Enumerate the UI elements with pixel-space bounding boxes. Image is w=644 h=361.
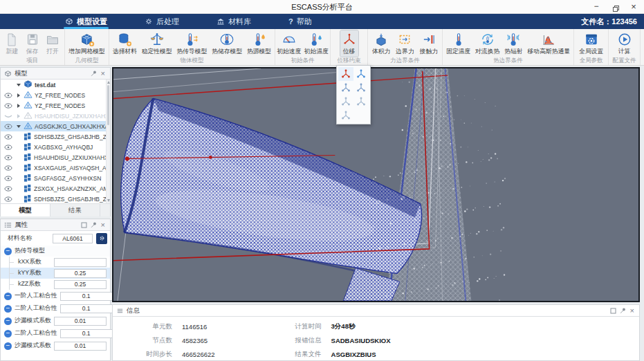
eye-icon[interactable] (3, 196, 13, 202)
viscosity-2-input[interactable] (60, 304, 113, 313)
maximize-icon[interactable] (610, 308, 616, 314)
heat-source-button[interactable]: 热源模型 (246, 30, 273, 57)
compute-button[interactable]: 计算 (616, 30, 634, 57)
eye-icon[interactable] (3, 103, 13, 109)
tree-row[interactable]: XSAXGAUS_AISYAQSH_ASHX (1, 163, 110, 173)
body-force-button[interactable]: 体积力 (371, 30, 392, 57)
select-material-button[interactable]: 选择材料 (111, 30, 138, 57)
viscosity-1-input[interactable] (60, 292, 113, 301)
constraint-option-4[interactable] (353, 81, 369, 95)
hourglass-1-input[interactable] (54, 317, 107, 326)
tab-material-library[interactable]: 材料库 (212, 14, 255, 29)
contact-force-button[interactable]: 接触力 (418, 30, 439, 57)
tree-row-root[interactable]: test.dat (1, 80, 110, 90)
close-icon[interactable]: × (629, 307, 636, 314)
constraint-option-7[interactable] (338, 109, 353, 122)
tab-model[interactable]: 模型 (1, 204, 50, 216)
chevron-down-icon[interactable] (15, 125, 21, 128)
restore-button[interactable] (607, 0, 625, 14)
collapse-icon[interactable]: − (4, 342, 12, 350)
compute-icon (617, 32, 632, 47)
tree-row[interactable]: SDHSBJZS_GHSABJHB_ZAHU (1, 131, 110, 142)
heat-storage-button[interactable]: 热储存模型 (210, 30, 243, 57)
convection-button[interactable]: 对流换热 (474, 30, 501, 57)
tab-post-processing[interactable]: 后处理 (140, 14, 183, 29)
chevron-right-icon[interactable] (15, 114, 21, 118)
material-name-input[interactable] (53, 234, 93, 243)
close-icon[interactable]: × (100, 221, 107, 228)
toolbar-group-project: 新建 保存 打开 项目 (0, 29, 65, 65)
eye-closed-icon[interactable] (3, 113, 13, 119)
collapse-icon[interactable]: − (4, 305, 12, 313)
viscosity-3-input[interactable] (60, 329, 113, 338)
tree-row[interactable]: YZ_FREE_NODES (1, 90, 110, 100)
pin-icon[interactable] (619, 307, 626, 314)
section-heat-conduction[interactable]: − 热传导模型 (1, 246, 110, 257)
chevron-down-icon[interactable] (15, 84, 21, 86)
collapse-icon[interactable]: − (4, 330, 12, 337)
tab-model-settings[interactable]: 模型设置 (61, 14, 111, 29)
constraint-option-2[interactable] (353, 67, 369, 81)
constraint-option-6[interactable] (353, 95, 369, 109)
constraint-option-5[interactable] (338, 95, 353, 109)
stability-model-button[interactable]: 稳定性模型 (140, 30, 174, 57)
eye-icon[interactable] (3, 176, 13, 181)
heat-conduction-button[interactable]: 热传导模型 (175, 30, 208, 57)
chevron-right-icon[interactable] (15, 93, 21, 98)
eye-icon[interactable] (3, 124, 13, 129)
material-name-label: 材料名称 (8, 234, 49, 243)
kzz-input[interactable] (54, 280, 107, 289)
add-mesh-model-button[interactable]: 增加网格模型 (67, 30, 107, 57)
collapse-icon[interactable]: − (4, 293, 12, 300)
close-button[interactable]: × (625, 0, 643, 14)
group-label: 项目 (0, 57, 64, 66)
chevron-right-icon[interactable] (15, 104, 21, 108)
tree-row[interactable]: HSAUHDISU_JZXIUXHAHX (1, 152, 110, 163)
eye-icon[interactable] (3, 145, 13, 150)
radiation-button[interactable]: 热辐射 (503, 30, 524, 57)
boundary-force-button[interactable]: 边界力 (394, 30, 415, 57)
maximize-icon[interactable] (81, 222, 87, 228)
global-settings-button[interactable]: 全局设置 (578, 30, 605, 57)
displacement-button[interactable]: 位移 (340, 30, 358, 57)
save-button[interactable]: 保存 (24, 30, 41, 57)
tree-scrollbar[interactable] (106, 80, 110, 203)
initial-velocity-button[interactable]: 初始速度 (275, 30, 302, 57)
pin-icon[interactable] (90, 221, 97, 228)
collapse-icon[interactable]: − (4, 248, 12, 255)
tree-row[interactable]: YZ_FREE_NODES (1, 100, 110, 111)
tree-row-selected[interactable]: AGSGKJKG_GJHXAJKHXA (1, 121, 110, 131)
initial-temperature-button[interactable]: 初始温度 (303, 30, 330, 57)
tree-row[interactable]: HSAUHDISU_JZXIUXHAHX (1, 111, 110, 121)
eye-icon[interactable] (3, 186, 13, 192)
fixed-temperature-button[interactable]: 固定温度 (445, 30, 472, 57)
open-button[interactable]: 打开 (44, 30, 61, 57)
close-icon[interactable]: × (100, 70, 107, 77)
eye-icon[interactable] (3, 93, 13, 98)
escass-app-window: { "window": { "title": "ESCASS分析平台", "co… (0, 0, 644, 361)
heat-storage-icon (219, 32, 234, 47)
kxx-input[interactable] (54, 258, 107, 267)
tree-row[interactable]: ZSXGX_HSAKAZNZXK_AMASX (1, 183, 110, 194)
tree-row[interactable]: SAGFASGZ_ASYHHXSN (1, 173, 110, 183)
tree-row[interactable]: XAGBSXG_AYHAQBJ (1, 142, 110, 152)
scrollbar-thumb[interactable] (107, 85, 109, 125)
pin-icon[interactable] (90, 70, 97, 77)
hourglass-2-input[interactable] (54, 342, 107, 351)
gauss-heat-flux-icon (541, 32, 556, 47)
eye-icon[interactable] (3, 165, 13, 171)
tab-help[interactable]: ? 帮助 (284, 14, 316, 29)
eye-icon[interactable] (3, 155, 13, 160)
material-settings-button[interactable] (96, 233, 107, 244)
minimize-button[interactable]: − (587, 0, 605, 14)
collapse-icon[interactable]: − (4, 317, 12, 325)
tab-results[interactable]: 结果 (50, 204, 100, 216)
constraint-option-1[interactable] (338, 67, 353, 81)
kyy-input[interactable] (54, 269, 107, 278)
viewport-3d[interactable] (112, 67, 640, 302)
eye-icon[interactable] (3, 134, 13, 140)
constraint-option-3[interactable] (338, 81, 353, 95)
new-button[interactable]: 新建 (3, 30, 20, 57)
gauss-heat-flux-button[interactable]: 移动高斯热通量 (526, 30, 571, 57)
tree-row[interactable]: SDHSBJZS_GHSABJHB_ZAHU (1, 194, 110, 203)
